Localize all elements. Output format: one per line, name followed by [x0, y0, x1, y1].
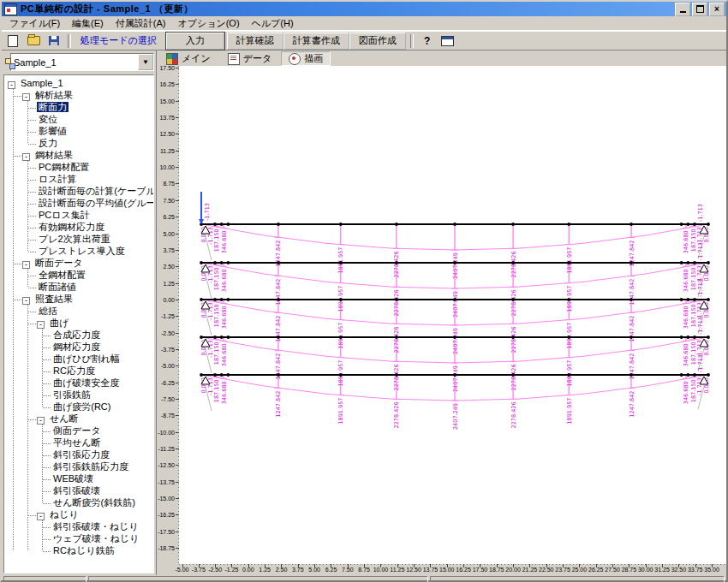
menu-item-help[interactable]: ヘルプ(H): [246, 17, 300, 30]
tree-item-label[interactable]: 鋼材結果: [33, 150, 75, 160]
tree-node[interactable]: 断面諸値: [37, 281, 153, 293]
tree-node[interactable]: 影響値: [37, 125, 153, 137]
tree-expander-icon[interactable]: -: [22, 261, 30, 269]
tree-item-label[interactable]: 鋼材応力度: [51, 341, 102, 352]
tree-item-label[interactable]: WEB破壊: [51, 473, 95, 484]
project-combobox[interactable]: ▼: [10, 53, 154, 71]
tree-item-label[interactable]: 平均せん断: [51, 437, 103, 448]
tree-item-label[interactable]: プレ2次算出荷重: [37, 234, 112, 244]
combo-dropdown-arrow[interactable]: ▼: [138, 54, 153, 70]
tree-item-label[interactable]: 曲げ疲労(RC): [51, 401, 112, 412]
tree-item-label[interactable]: 斜引張破壊・ねじり: [51, 521, 140, 532]
tree-node[interactable]: 設計断面毎の平均値(グループ毎): [37, 197, 153, 209]
open-file-button[interactable]: [24, 33, 43, 49]
tree-expander-icon[interactable]: -: [22, 153, 30, 161]
tree-node[interactable]: 曲げ疲労(RC): [51, 401, 153, 413]
tree-item-label[interactable]: 変位: [37, 114, 59, 124]
tree-node[interactable]: 引張鉄筋: [51, 389, 153, 401]
tree-item-label[interactable]: ウェブ破壊・ねじり: [51, 533, 141, 543]
drawing-create-button[interactable]: 図面作成: [349, 33, 406, 50]
tree-node[interactable]: 斜引張応力度: [51, 448, 153, 460]
tab-data[interactable]: データ: [220, 51, 280, 66]
menu-item-file[interactable]: ファイル(F): [3, 17, 66, 30]
tree-node[interactable]: せん断疲労(斜鉄筋): [51, 496, 153, 508]
save-button[interactable]: [45, 33, 63, 49]
input-button[interactable]: 入力: [166, 33, 224, 50]
tree-node[interactable]: 曲げひび割れ幅: [51, 353, 153, 365]
tree-item-label[interactable]: 有効鋼材応力度: [37, 222, 106, 232]
tree-node[interactable]: 有効鋼材応力度: [37, 221, 153, 233]
tree-expander-icon[interactable]: -: [22, 93, 30, 101]
report-create-button[interactable]: 計算書作成: [283, 33, 349, 50]
tree-item-label[interactable]: 曲げ: [48, 318, 70, 328]
tree-item-label[interactable]: 斜引張鉄筋応力度: [51, 461, 130, 472]
tree-node[interactable]: 斜引張破壊・ねじり: [51, 520, 153, 532]
tree-node[interactable]: -解析結果断面力変位影響値反力: [22, 89, 153, 149]
tree-expander-icon[interactable]: -: [8, 81, 15, 89]
tree-node[interactable]: 斜引張鉄筋応力度: [51, 460, 153, 472]
tree-node[interactable]: -鋼材結果PC鋼材配置ロス計算設計断面毎の計算(ケーブル毎)設計断面毎の平均値(…: [22, 149, 153, 257]
tree-item-label[interactable]: ロス計算: [37, 174, 79, 184]
tree-node[interactable]: 総括: [37, 305, 153, 317]
tree-node[interactable]: -曲げ合成応力度鋼材応力度曲げひび割れ幅RC応力度曲げ破壊安全度引張鉄筋曲げ疲労…: [37, 317, 153, 413]
project-combo-input[interactable]: [11, 54, 138, 70]
tree-node[interactable]: ロス計算: [37, 173, 153, 185]
tree-node[interactable]: RCねじり鉄筋: [51, 544, 153, 556]
tree-node[interactable]: -照査結果総括-曲げ合成応力度鋼材応力度曲げひび割れ幅RC応力度曲げ破壊安全度引…: [22, 293, 153, 556]
tree-item-label[interactable]: PC鋼材配置: [37, 162, 91, 172]
tree-item-label[interactable]: 設計断面毎の計算(ケーブル毎): [37, 186, 154, 196]
tree-item-label[interactable]: せん断疲労(斜鉄筋): [51, 497, 137, 508]
menu-item-edit[interactable]: 編集(E): [66, 17, 110, 30]
tree-item-label[interactable]: 斜引張応力度: [51, 449, 111, 460]
tree-item-label[interactable]: RCねじり鉄筋: [51, 545, 116, 555]
tree-node[interactable]: -せん断側面データ平均せん断斜引張応力度斜引張鉄筋応力度WEB破壊斜引張破壊せん…: [37, 413, 153, 508]
tree-node[interactable]: -断面データ全鋼材配置断面諸値: [22, 257, 153, 293]
tree-expander-icon[interactable]: -: [37, 417, 45, 425]
tree-node[interactable]: 断面力: [37, 101, 153, 113]
tree-item-label[interactable]: 断面データ: [33, 258, 85, 268]
tree-item-label[interactable]: 全鋼材配置: [37, 270, 87, 280]
tree-node[interactable]: WEB破壊: [51, 472, 153, 484]
tree-node[interactable]: 反力: [37, 137, 153, 149]
minimize-button[interactable]: [675, 3, 690, 16]
tree-item-label[interactable]: 曲げ破壊安全度: [51, 377, 121, 388]
tree-node[interactable]: 設計断面毎の計算(ケーブル毎): [37, 185, 153, 197]
tree-item-label[interactable]: 照査結果: [33, 294, 75, 304]
tree-node[interactable]: プレ2次算出荷重: [37, 233, 153, 245]
tree-item-label[interactable]: 曲げひび割れ幅: [51, 353, 122, 364]
calc-check-button[interactable]: 計算確認: [227, 33, 283, 50]
tree-node[interactable]: RC応力度: [51, 365, 153, 377]
tree-item-label[interactable]: 解析結果: [33, 90, 75, 100]
menu-item-option[interactable]: オプション(O): [171, 17, 245, 30]
tree-item-label[interactable]: 合成応力度: [51, 330, 102, 340]
tree-item-label[interactable]: RC応力度: [51, 365, 97, 376]
tree-item-label[interactable]: Sample_1: [19, 78, 65, 88]
tree-item-label[interactable]: 影響値: [37, 126, 69, 136]
tree-node[interactable]: 曲げ破壊安全度: [51, 377, 153, 389]
new-document-button[interactable]: [3, 33, 22, 49]
tree-node[interactable]: 合成応力度: [51, 329, 153, 341]
tree-node[interactable]: プレストレス導入度: [37, 245, 153, 257]
tree-expander-icon[interactable]: -: [22, 297, 30, 305]
menu-item-sub-design[interactable]: 付属設計(A): [110, 17, 172, 30]
help-button[interactable]: ?: [418, 33, 437, 49]
tree-item-label[interactable]: せん断: [48, 413, 81, 424]
tree-item-label[interactable]: プレストレス導入度: [37, 246, 127, 256]
tree-item-label[interactable]: 総括: [37, 306, 59, 316]
tree-node[interactable]: 平均せん断: [51, 436, 153, 448]
tree-expander-icon[interactable]: -: [37, 513, 45, 520]
tree-node[interactable]: ウェブ破壊・ねじり: [51, 532, 153, 544]
tree-item-label[interactable]: 断面力: [37, 102, 69, 112]
tree-node[interactable]: PCロス集計: [37, 209, 153, 221]
tree-node[interactable]: 側面データ: [51, 425, 153, 436]
tree-node[interactable]: -ねじり斜引張破壊・ねじりウェブ破壊・ねじりRCねじり鉄筋: [37, 508, 153, 556]
tree-item-label[interactable]: 反力: [37, 138, 59, 148]
tree-item-label[interactable]: ねじり: [48, 509, 81, 520]
tree-node[interactable]: 変位: [37, 113, 153, 125]
tree-node[interactable]: 斜引張破壊: [51, 484, 153, 496]
tree-node[interactable]: PC鋼材配置: [37, 161, 153, 173]
tree-item-label[interactable]: 引張鉄筋: [51, 389, 92, 400]
restore-button[interactable]: [692, 3, 707, 16]
tab-draw[interactable]: 描画: [281, 51, 331, 66]
tree-node[interactable]: -Sample_1-解析結果断面力変位影響値反力-鋼材結果PC鋼材配置ロス計算設…: [8, 77, 153, 556]
